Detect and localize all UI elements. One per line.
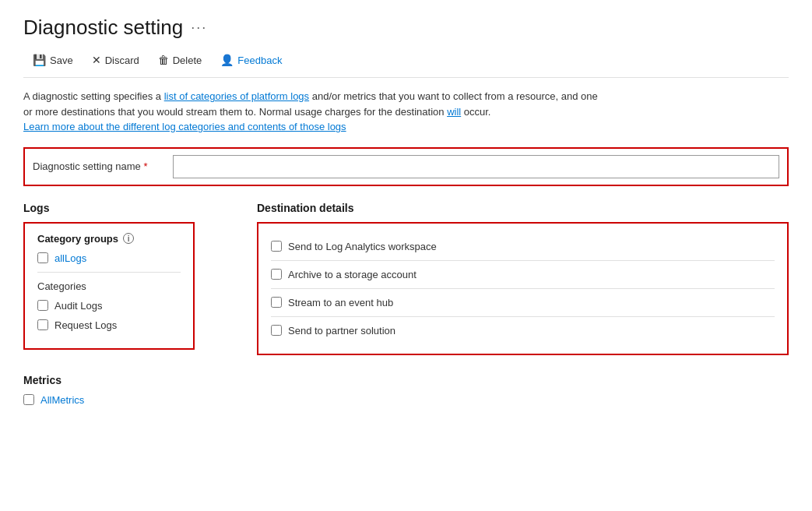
desc-link3[interactable]: Learn more about the different log categ… [23, 121, 346, 132]
field-label: Diagnostic setting name * [33, 160, 173, 172]
diagnostic-setting-name-input[interactable] [173, 155, 779, 178]
dest-partner-solution-label: Send to partner solution [288, 325, 395, 337]
logs-box: Category groups i allLogs Categories Aud… [23, 222, 195, 350]
destination-column: Destination details Send to Log Analytic… [257, 202, 789, 355]
dest-storage-account[interactable]: Archive to a storage account [271, 261, 775, 289]
title-ellipsis: ··· [191, 19, 207, 36]
title-text: Diagnostic setting [23, 16, 183, 40]
field-label-text: Diagnostic setting name [33, 160, 141, 172]
destination-heading: Destination details [257, 202, 789, 214]
dest-event-hub[interactable]: Stream to an event hub [271, 289, 775, 317]
discard-icon: ✕ [92, 54, 101, 66]
logs-column: Logs Category groups i allLogs Categorie… [23, 202, 226, 355]
metrics-section: Metrics AllMetrics [23, 374, 789, 406]
diagnostic-setting-name-field: Diagnostic setting name * [23, 147, 789, 186]
divider [37, 272, 181, 273]
request-logs-label: Request Logs [54, 319, 117, 331]
request-logs-item[interactable]: Request Logs [37, 319, 181, 331]
metrics-heading: Metrics [23, 374, 789, 386]
dest-partner-solution[interactable]: Send to partner solution [271, 317, 775, 344]
save-button[interactable]: 💾 Save [23, 51, 83, 69]
category-groups-text: Category groups [37, 233, 118, 245]
category-groups-label: Category groups i [37, 233, 181, 245]
feedback-label: Feedback [237, 55, 282, 66]
description-text: A diagnostic setting specifies a list of… [23, 89, 599, 135]
destination-box: Send to Log Analytics workspace Archive … [257, 222, 789, 355]
save-icon: 💾 [33, 54, 46, 66]
dest-event-hub-checkbox[interactable] [271, 297, 282, 308]
page-title: Diagnostic setting ··· [23, 16, 789, 40]
discard-button[interactable]: ✕ Discard [83, 51, 149, 69]
all-logs-label: allLogs [54, 252, 86, 264]
logs-heading: Logs [23, 202, 226, 214]
dest-log-analytics[interactable]: Send to Log Analytics workspace [271, 233, 775, 261]
desc-link1[interactable]: list of categories of platform logs [164, 90, 309, 102]
delete-icon: 🗑 [158, 54, 169, 66]
delete-button[interactable]: 🗑 Delete [149, 51, 212, 69]
delete-label: Delete [173, 55, 202, 66]
dest-storage-account-label: Archive to a storage account [288, 269, 417, 280]
info-icon[interactable]: i [123, 233, 134, 244]
all-metrics-label: AllMetrics [40, 394, 84, 406]
request-logs-checkbox[interactable] [37, 319, 48, 330]
toolbar: 💾 Save ✕ Discard 🗑 Delete 👤 Feedback [23, 51, 789, 78]
dest-log-analytics-checkbox[interactable] [271, 241, 282, 252]
desc-link2[interactable]: will [447, 106, 461, 118]
dest-storage-account-checkbox[interactable] [271, 269, 282, 280]
desc-text1: A diagnostic setting specifies a [23, 90, 164, 102]
save-label: Save [50, 55, 73, 66]
dest-log-analytics-label: Send to Log Analytics workspace [288, 241, 437, 252]
audit-logs-label: Audit Logs [54, 300, 102, 312]
dest-event-hub-label: Stream to an event hub [288, 297, 393, 308]
feedback-icon: 👤 [220, 54, 234, 66]
categories-label: Categories [37, 280, 181, 292]
all-logs-checkbox[interactable] [37, 252, 48, 263]
discard-label: Discard [105, 55, 139, 66]
audit-logs-checkbox[interactable] [37, 300, 48, 311]
all-metrics-item[interactable]: AllMetrics [23, 394, 789, 406]
all-logs-item[interactable]: allLogs [37, 252, 181, 264]
main-content: Logs Category groups i allLogs Categorie… [23, 202, 789, 355]
feedback-button[interactable]: 👤 Feedback [211, 51, 291, 69]
desc-text3: occur. [461, 106, 490, 118]
audit-logs-item[interactable]: Audit Logs [37, 300, 181, 312]
dest-partner-solution-checkbox[interactable] [271, 325, 282, 336]
required-marker: * [143, 160, 147, 172]
all-metrics-checkbox[interactable] [23, 394, 34, 405]
